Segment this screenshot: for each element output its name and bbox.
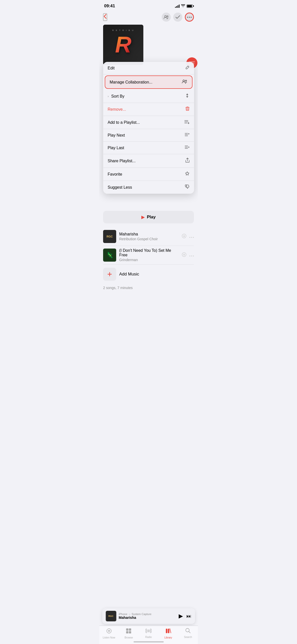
play-area: ▶ Play — [103, 211, 194, 223]
album-artwork: R E T R I B U R — [103, 25, 143, 65]
wifi-icon — [181, 4, 185, 8]
add-to-playlist-icon — [184, 119, 189, 125]
menu-item-manage-collaboration[interactable]: Manage Collaboration... — [105, 75, 192, 89]
song-item-set-me-free[interactable]: 🦎 (I Don't Need You To) Set Me Free Grin… — [103, 246, 194, 265]
svg-point-21 — [193, 237, 194, 238]
download-icon-set-me-free[interactable] — [182, 252, 186, 258]
play-triangle-icon: ▶ — [141, 214, 145, 220]
favorite-icon — [185, 171, 189, 177]
song-item-maharisha[interactable]: RGC Maharisha Retribution Gospel Choir — [103, 227, 194, 246]
song-info-set-me-free: (I Don't Need You To) Set Me Free Grinde… — [119, 248, 179, 262]
menu-item-play-last[interactable]: Play Last — [103, 142, 194, 154]
album-text-top: R E T R I B U — [103, 29, 143, 31]
play-button[interactable]: ▶ Play — [103, 211, 194, 223]
svg-point-23 — [189, 255, 190, 256]
menu-item-edit[interactable]: Edit — [103, 62, 194, 74]
song-list: RGC Maharisha Retribution Gospel Choir — [103, 227, 194, 296]
play-last-icon — [184, 145, 189, 150]
thumbs-down-icon — [185, 184, 189, 190]
share-icon — [185, 158, 189, 164]
menu-item-play-next[interactable]: Play Next — [103, 129, 194, 142]
page-header — [99, 11, 198, 25]
menu-item-favorite[interactable]: Favorite — [103, 168, 194, 181]
menu-item-remove[interactable]: Remove... — [103, 103, 194, 116]
main-content: R E T R I B U R GADGET HACKS Edit Manage… — [99, 25, 198, 336]
svg-point-25 — [193, 255, 194, 256]
chevron-icon: › — [108, 94, 109, 98]
svg-point-2 — [187, 17, 188, 18]
svg-point-6 — [185, 80, 187, 82]
more-button[interactable] — [185, 13, 194, 22]
battery-icon — [187, 5, 193, 8]
svg-point-24 — [191, 255, 192, 256]
song-actions-set-me-free — [182, 252, 194, 258]
menu-item-suggest-less[interactable]: Suggest Less — [103, 181, 194, 194]
playlist-header: R E T R I B U R GADGET HACKS — [103, 25, 194, 65]
status-icons — [175, 4, 193, 8]
svg-point-1 — [167, 16, 168, 17]
collaboration-icon — [182, 79, 187, 85]
svg-point-20 — [191, 237, 192, 238]
menu-item-sort-by[interactable]: › Sort By — [103, 90, 194, 103]
more-icon-set-me-free[interactable] — [189, 253, 194, 258]
song-actions-maharisha — [182, 234, 194, 239]
back-button[interactable] — [103, 13, 107, 21]
sort-icon — [185, 93, 189, 99]
more-icon-maharisha[interactable] — [189, 234, 194, 239]
play-next-icon — [184, 133, 189, 138]
svg-point-5 — [183, 80, 185, 82]
svg-point-19 — [189, 237, 190, 238]
song-artwork-maharisha: RGC — [103, 230, 116, 243]
header-actions — [162, 13, 194, 22]
status-time: 09:41 — [104, 4, 115, 9]
svg-point-4 — [191, 17, 192, 18]
edit-icon — [185, 65, 189, 71]
svg-point-0 — [165, 16, 166, 17]
context-menu: Edit Manage Collaboration... › — [103, 62, 194, 194]
song-info-maharisha: Maharisha Retribution Gospel Choir — [119, 232, 179, 241]
signal-icon — [175, 4, 180, 8]
people-button[interactable] — [162, 13, 171, 22]
check-button[interactable] — [173, 13, 182, 22]
download-icon-maharisha[interactable] — [182, 234, 186, 239]
add-music-item[interactable]: Add Music — [103, 265, 194, 284]
trash-icon — [185, 106, 189, 112]
menu-item-add-to-playlist[interactable]: Add to a Playlist... — [103, 116, 194, 129]
svg-point-3 — [189, 17, 190, 18]
status-bar: 09:41 — [99, 0, 198, 11]
songs-count: 2 songs, 7 minutes — [103, 284, 194, 296]
add-music-icon — [103, 268, 116, 281]
menu-item-share-playlist[interactable]: Share Playlist... — [103, 154, 194, 168]
album-letter: R — [115, 32, 132, 58]
song-artwork-grinderman: 🦎 — [103, 249, 116, 262]
